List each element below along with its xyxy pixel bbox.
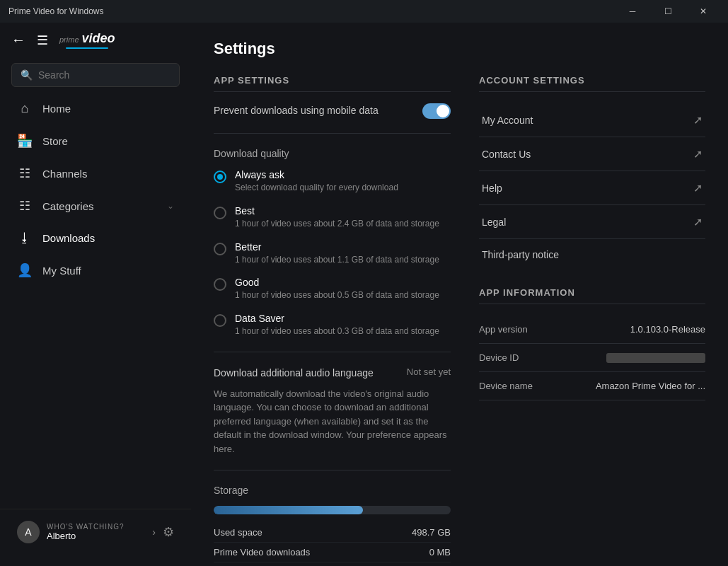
sidebar-item-home[interactable]: ⌂ Home xyxy=(0,93,191,125)
quality-best-text: Best 1 hour of video uses about 2.4 GB o… xyxy=(235,205,439,230)
title-bar-title: Prime Video for Windows xyxy=(8,6,104,16)
account-links-section: My Account ➚ Contact Us ➚ Help ➚ Legal ➚ xyxy=(479,103,705,270)
quality-good-desc: 1 hour of video uses about 0.5 GB of dat… xyxy=(235,289,439,301)
sidebar-item-channels-label: Channels xyxy=(42,168,87,180)
quality-better-text: Better 1 hour of video uses about 1.1 GB… xyxy=(235,241,439,266)
search-bar[interactable]: 🔍 xyxy=(11,63,180,87)
legal-label: Legal xyxy=(482,216,506,228)
app-body: ← ☰ prime video 🔍 ⌂ Home 🏪 Store ☷ Chann xyxy=(0,23,728,566)
quality-option-good[interactable]: Good 1 hour of video uses about 0.5 GB o… xyxy=(214,277,451,301)
sidebar-footer: A WHO'S WATCHING? Alberto › ⚙ xyxy=(0,509,191,555)
sidebar-item-channels[interactable]: ☷ Channels xyxy=(0,157,191,190)
device-name-label: Device name xyxy=(479,381,533,391)
profile-who-watching: WHO'S WATCHING? xyxy=(47,523,145,531)
home-icon: ⌂ xyxy=(17,101,33,116)
app-info-section: App version 1.0.103.0-Release Device ID … xyxy=(479,316,705,400)
toggle-knob xyxy=(437,105,449,117)
storage-section: Storage Used space 498.7 GB Prime Video … xyxy=(214,485,451,566)
radio-always-ask xyxy=(214,171,226,183)
store-icon: 🏪 xyxy=(17,133,33,149)
sidebar-item-categories-label: Categories xyxy=(42,200,94,212)
divider-2 xyxy=(214,352,451,352)
close-button[interactable]: ✕ xyxy=(687,0,720,23)
storage-bar-background xyxy=(214,506,451,514)
quality-option-data-saver[interactable]: Data Saver 1 hour of video uses about 0.… xyxy=(214,313,451,337)
maximize-button[interactable]: ☐ xyxy=(652,0,684,23)
search-icon: 🔍 xyxy=(21,69,33,81)
downloads-icon: ⭳ xyxy=(17,231,33,246)
radio-dot-always-ask xyxy=(217,174,223,180)
storage-header: Storage xyxy=(214,485,451,496)
radio-best xyxy=(214,207,226,219)
quality-data-saver-desc: 1 hour of video uses about 0.3 GB of dat… xyxy=(235,325,439,337)
storage-row-free: Free space 1.77 TB xyxy=(214,562,451,566)
quality-best-title: Best xyxy=(235,205,439,216)
profile-chevron-icon[interactable]: › xyxy=(152,526,156,538)
divider-1 xyxy=(214,133,451,134)
main-content: Settings App settings Prevent downloads … xyxy=(191,23,728,566)
quality-better-title: Better xyxy=(235,241,439,253)
quality-option-best[interactable]: Best 1 hour of video uses about 2.4 GB o… xyxy=(214,205,451,230)
storage-prime-value: 0 MB xyxy=(429,547,451,558)
sidebar: ← ☰ prime video 🔍 ⌂ Home 🏪 Store ☷ Chann xyxy=(0,23,191,566)
sidebar-item-mystuff[interactable]: 👤 My Stuff xyxy=(0,254,191,287)
logo-video: video xyxy=(82,31,115,46)
search-input[interactable] xyxy=(38,69,171,81)
audio-not-set: Not set yet xyxy=(407,366,451,377)
contact-us-label: Contact Us xyxy=(482,149,531,160)
prime-logo: prime video xyxy=(59,31,115,49)
settings-layout: App settings Prevent downloads using mob… xyxy=(214,75,705,566)
quality-good-title: Good xyxy=(235,277,439,288)
storage-bar-fill xyxy=(214,506,363,514)
quality-option-always-ask[interactable]: Always ask Select download quality for e… xyxy=(214,169,451,194)
external-link-icon-help: ➚ xyxy=(693,181,703,195)
categories-icon: ☷ xyxy=(17,198,33,214)
sidebar-item-home-label: Home xyxy=(42,103,71,115)
app-info-row-device-id: Device ID xyxy=(479,344,705,372)
quality-always-ask-title: Always ask xyxy=(235,169,398,180)
sidebar-item-mystuff-label: My Stuff xyxy=(42,265,81,277)
hamburger-button[interactable]: ☰ xyxy=(34,33,51,48)
prevent-downloads-row: Prevent downloads using mobile data xyxy=(214,103,451,119)
mystuff-icon: 👤 xyxy=(17,262,33,278)
profile-info: WHO'S WATCHING? Alberto xyxy=(47,523,145,541)
third-party-notice-link[interactable]: Third-party notice xyxy=(479,239,705,270)
minimize-button[interactable]: ─ xyxy=(616,0,649,23)
app-version-label: App version xyxy=(479,324,528,335)
quality-option-better[interactable]: Better 1 hour of video uses about 1.1 GB… xyxy=(214,241,451,266)
external-link-icon-account: ➚ xyxy=(693,113,703,127)
settings-icon[interactable]: ⚙ xyxy=(163,524,174,540)
settings-title: Settings xyxy=(214,40,705,58)
quality-data-saver-text: Data Saver 1 hour of video uses about 0.… xyxy=(235,313,439,337)
prevent-downloads-toggle[interactable] xyxy=(422,103,451,119)
account-link-help[interactable]: Help ➚ xyxy=(479,171,705,205)
sidebar-item-downloads-label: Downloads xyxy=(42,232,95,244)
device-id-bar xyxy=(606,353,705,363)
quality-always-ask-desc: Select download quality for every downlo… xyxy=(235,182,398,194)
app-info-row-device-name: Device name Amazon Prime Video for ... xyxy=(479,372,705,400)
categories-arrow-icon: ⌄ xyxy=(167,201,174,211)
audio-desc: We automatically download the video's or… xyxy=(214,387,451,456)
radio-better xyxy=(214,243,226,255)
quality-good-text: Good 1 hour of video uses about 0.5 GB o… xyxy=(235,277,439,301)
back-button[interactable]: ← xyxy=(11,32,25,48)
account-link-contact-us[interactable]: Contact Us ➚ xyxy=(479,137,705,171)
prevent-downloads-label: Prevent downloads using mobile data xyxy=(214,104,379,118)
settings-right-panel: Account settings My Account ➚ Contact Us… xyxy=(479,75,705,566)
app-info-row-version: App version 1.0.103.0-Release xyxy=(479,316,705,344)
storage-prime-label: Prime Video downloads xyxy=(214,547,310,558)
account-link-legal[interactable]: Legal ➚ xyxy=(479,205,705,239)
sidebar-top: ← ☰ prime video xyxy=(0,23,191,57)
sidebar-item-downloads[interactable]: ⭳ Downloads xyxy=(0,222,191,254)
sidebar-item-store[interactable]: 🏪 Store xyxy=(0,125,191,157)
sidebar-item-categories[interactable]: ☷ Categories ⌄ xyxy=(0,190,191,222)
app-info-header: App information xyxy=(479,287,705,304)
audio-language-section: Download additional audio language Not s… xyxy=(214,366,451,456)
account-link-my-account[interactable]: My Account ➚ xyxy=(479,103,705,137)
avatar: A xyxy=(17,521,40,543)
channels-icon: ☷ xyxy=(17,166,33,181)
app-settings-header: App settings xyxy=(214,75,451,92)
help-label: Help xyxy=(482,183,502,194)
title-bar: Prime Video for Windows ─ ☐ ✕ xyxy=(0,0,728,23)
radio-data-saver xyxy=(214,314,226,327)
